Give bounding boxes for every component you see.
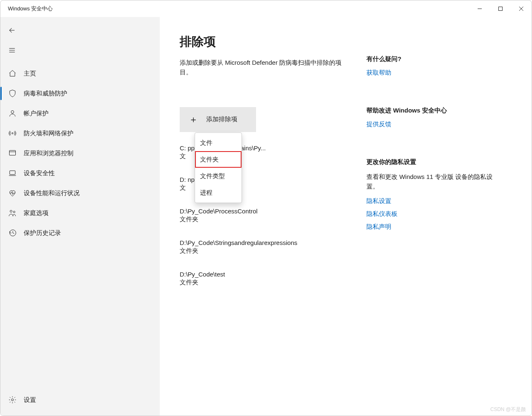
- sidebar-item-label: 设备性能和运行状况: [24, 189, 80, 197]
- back-button[interactable]: [2, 20, 22, 40]
- get-help-link[interactable]: 获取帮助: [366, 69, 495, 77]
- gear-icon: [8, 395, 17, 404]
- sidebar-item-label: 设置: [24, 396, 36, 404]
- exclusion-item[interactable]: D:\Py_Code\Stringsandregularexpressions …: [180, 239, 350, 255]
- sidebar-item-performance[interactable]: 设备性能和运行状况: [0, 183, 159, 203]
- svg-point-14: [10, 210, 12, 212]
- sidebar: 主页 病毒和威胁防护 帐户保护 防火墙和网络保护 应用和浏览器控制 设备安全性: [0, 17, 160, 416]
- privacy-dashboard-link[interactable]: 隐私仪表板: [366, 210, 495, 218]
- family-icon: [8, 208, 17, 218]
- svg-point-17: [12, 399, 14, 401]
- svg-point-9: [12, 132, 13, 134]
- rail-privacy-text: 查看和更改 Windows 11 专业版 设备的隐私设置。: [366, 172, 495, 191]
- window-title: Windows 安全中心: [8, 5, 53, 12]
- sidebar-item-label: 应用和浏览器控制: [24, 149, 73, 157]
- window-controls: [469, 0, 532, 17]
- sidebar-item-label: 帐户保护: [24, 110, 49, 117]
- svg-rect-10: [10, 150, 16, 155]
- sidebar-item-home[interactable]: 主页: [0, 64, 159, 83]
- sidebar-item-family[interactable]: 家庭选项: [0, 203, 159, 223]
- exclusion-item[interactable]: D:\Py_Code\ProcessControl 文件夹: [180, 208, 350, 223]
- add-exclusion-context-menu: 文件 文件夹 文件类型 进程: [195, 132, 242, 203]
- feedback-link[interactable]: 提供反馈: [366, 120, 495, 128]
- exclusion-path: D:\Py_Code\ProcessControl: [180, 208, 329, 215]
- sidebar-item-settings[interactable]: 设置: [0, 390, 159, 410]
- laptop-icon: [8, 169, 17, 178]
- svg-rect-12: [10, 171, 15, 174]
- privacy-statement-link[interactable]: 隐私声明: [366, 223, 495, 231]
- main-content: 排除项 添加或删除要从 Microsoft Defender 防病毒扫描中排除的…: [160, 17, 532, 416]
- plus-icon: ＋: [189, 113, 198, 126]
- exclusion-path: D:\Py_Code\test: [180, 271, 329, 278]
- rail-improve-title: 帮助改进 Windows 安全中心: [366, 106, 495, 115]
- exclusion-type: 文件夹: [180, 279, 350, 286]
- close-button[interactable]: [511, 0, 532, 17]
- hamburger-button[interactable]: [2, 40, 22, 60]
- sidebar-item-firewall[interactable]: 防火墙和网络保护: [0, 123, 159, 143]
- nav: 主页 病毒和威胁防护 帐户保护 防火墙和网络保护 应用和浏览器控制 设备安全性: [0, 64, 159, 390]
- page-title: 排除项: [180, 34, 350, 50]
- exclusion-type: 文件夹: [180, 215, 350, 223]
- titlebar: Windows 安全中心: [0, 0, 532, 17]
- menu-item-process[interactable]: 进程: [195, 184, 242, 201]
- heart-icon: [8, 188, 17, 198]
- sidebar-item-label: 保护历史记录: [24, 229, 61, 237]
- rail-help-title: 有什么疑问?: [366, 54, 495, 63]
- sidebar-item-label: 病毒和威胁防护: [24, 90, 67, 98]
- sidebar-item-virus[interactable]: 病毒和威胁防护: [0, 83, 159, 103]
- sidebar-item-label: 主页: [24, 70, 36, 78]
- rail-privacy-title: 更改你的隐私设置: [366, 157, 495, 166]
- sidebar-item-account[interactable]: 帐户保护: [0, 103, 159, 123]
- sidebar-item-history[interactable]: 保护历史记录: [0, 223, 159, 243]
- privacy-settings-link[interactable]: 隐私设置: [366, 197, 495, 205]
- right-rail: 有什么疑问? 获取帮助 帮助改进 Windows 安全中心 提供反馈 更改你的隐…: [366, 34, 495, 416]
- svg-point-15: [13, 211, 15, 213]
- sidebar-item-label: 家庭选项: [24, 209, 49, 217]
- menu-item-filetype[interactable]: 文件类型: [195, 168, 242, 184]
- sidebar-item-label: 防火墙和网络保护: [24, 130, 73, 137]
- sidebar-item-app-browser[interactable]: 应用和浏览器控制: [0, 143, 159, 163]
- add-exclusion-button[interactable]: ＋ 添加排除项: [180, 107, 256, 132]
- maximize-button[interactable]: [490, 0, 511, 17]
- exclusion-type: 文件夹: [180, 247, 350, 255]
- sidebar-item-device-security[interactable]: 设备安全性: [0, 163, 159, 183]
- menu-item-folder[interactable]: 文件夹: [195, 151, 242, 168]
- svg-rect-1: [499, 7, 503, 11]
- svg-point-8: [11, 110, 14, 113]
- network-icon: [8, 129, 17, 138]
- home-icon: [8, 69, 17, 78]
- page-description: 添加或删除要从 Microsoft Defender 防病毒扫描中排除的项目。: [180, 58, 350, 77]
- watermark: CSDN @不是颜: [490, 406, 526, 413]
- history-icon: [8, 228, 17, 237]
- exclusion-item[interactable]: D:\Py_Code\test 文件夹: [180, 271, 350, 286]
- add-exclusion-label: 添加排除项: [206, 115, 237, 123]
- sidebar-item-label: 设备安全性: [24, 169, 55, 177]
- minimize-button[interactable]: [469, 0, 490, 17]
- exclusion-path: D:\Py_Code\Stringsandregularexpressions: [180, 239, 329, 246]
- person-icon: [8, 109, 17, 118]
- app-icon: [8, 149, 17, 158]
- shield-icon: [8, 89, 17, 98]
- menu-item-file[interactable]: 文件: [195, 135, 242, 151]
